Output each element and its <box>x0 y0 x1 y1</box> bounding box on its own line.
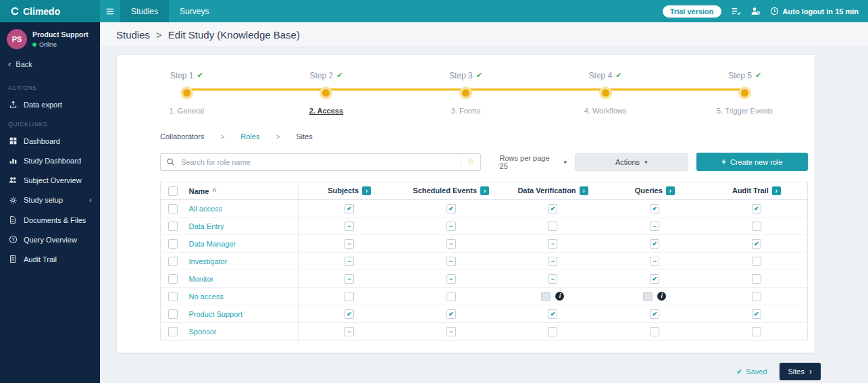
stepper-step-step-3[interactable]: Step 3✔3. Forms <box>396 68 536 115</box>
permission-checkbox-scheduled-events[interactable]: ✔ <box>446 309 456 319</box>
row-select-checkbox[interactable] <box>168 309 178 319</box>
permission-checkbox-scheduled-events[interactable]: − <box>446 257 456 266</box>
subnav-tab-sites[interactable]: Sites <box>296 132 312 141</box>
sidebar-item-dashboard[interactable]: Dashboard <box>0 131 100 151</box>
info-icon[interactable]: i <box>555 292 564 301</box>
sites-next-button[interactable]: Sites › <box>780 363 821 380</box>
changelog-list-icon[interactable] <box>731 6 741 16</box>
role-name-link[interactable]: Investigator <box>189 257 228 265</box>
column-detail-badge-icon[interactable]: › <box>580 186 588 195</box>
stepper-step-step-1[interactable]: Step 1✔1. General <box>117 68 257 115</box>
column-header-subjects[interactable]: Subjects› <box>299 182 401 200</box>
column-detail-badge-icon[interactable]: › <box>480 186 489 195</box>
role-name-link[interactable]: All access <box>189 205 223 213</box>
permission-checkbox-subjects[interactable] <box>344 292 354 301</box>
role-name-link[interactable]: Product Support <box>189 310 243 318</box>
permission-checkbox-queries[interactable] <box>650 327 659 336</box>
permission-checkbox-scheduled-events[interactable]: ✔ <box>446 204 456 213</box>
back-button[interactable]: ‹ Back <box>0 57 100 78</box>
permission-checkbox-audit-trail[interactable] <box>752 292 761 301</box>
permission-checkbox-subjects[interactable]: ✔ <box>344 309 354 319</box>
tab-surveys[interactable]: Surveys <box>169 0 220 22</box>
permission-checkbox-subjects[interactable]: − <box>344 274 354 284</box>
sidebar-item-study-setup[interactable]: Study setup‹ <box>0 190 100 210</box>
permission-checkbox-subjects[interactable]: − <box>344 257 354 266</box>
role-name-link[interactable]: Sponsor <box>189 328 217 336</box>
permission-checkbox-audit-trail[interactable]: ✔ <box>752 239 761 249</box>
permission-checkbox-data-verification[interactable] <box>548 327 557 336</box>
rows-per-page-select[interactable]: Rows per page 25 ▾ <box>500 154 567 170</box>
breadcrumb-studies[interactable]: Studies <box>116 29 150 41</box>
permission-checkbox-audit-trail[interactable] <box>752 274 761 284</box>
permission-checkbox-subjects[interactable]: ✔ <box>344 204 354 213</box>
row-select-checkbox[interactable] <box>168 239 178 249</box>
role-name-link[interactable]: No access <box>189 292 224 301</box>
permission-checkbox-data-verification[interactable]: − <box>548 274 557 284</box>
permission-checkbox-queries[interactable]: − <box>650 257 659 266</box>
permission-checkbox-subjects[interactable]: − <box>344 222 354 231</box>
sidebar-item-data-export[interactable]: Data export <box>0 95 100 114</box>
stepper-step-step-4[interactable]: Step 4✔4. Workflows <box>536 68 675 115</box>
column-header-audit-trail[interactable]: Audit Trail› <box>706 182 808 200</box>
permission-checkbox-audit-trail[interactable] <box>752 222 761 231</box>
row-select-checkbox[interactable] <box>168 204 178 213</box>
select-all-checkbox[interactable] <box>168 186 178 196</box>
row-select-checkbox[interactable] <box>168 222 178 231</box>
sidebar-item-query-overview[interactable]: ?Query Overview <box>0 230 100 249</box>
permission-checkbox-scheduled-events[interactable]: − <box>446 222 456 231</box>
sidebar-section-title: ACTIONS <box>0 78 100 95</box>
sidebar-item-audit-trail[interactable]: Audit Trail <box>0 249 100 269</box>
permission-checkbox-queries[interactable]: ✔ <box>650 274 659 284</box>
permission-checkbox-data-verification[interactable]: ✔ <box>548 309 557 319</box>
permission-checkbox-data-verification[interactable]: − <box>548 257 557 266</box>
permission-checkbox-scheduled-events[interactable]: − <box>446 274 456 284</box>
row-select-checkbox[interactable] <box>168 292 178 301</box>
permission-checkbox-data-verification[interactable]: − <box>548 239 557 249</box>
permission-checkbox-subjects[interactable]: − <box>344 327 354 336</box>
search-input[interactable] <box>180 157 456 167</box>
column-detail-badge-icon[interactable]: › <box>772 186 781 195</box>
permission-checkbox-scheduled-events[interactable]: − <box>446 327 456 336</box>
permission-checkbox-audit-trail[interactable] <box>752 257 761 266</box>
column-header-scheduled-events[interactable]: Scheduled Events› <box>400 182 502 200</box>
role-name-link[interactable]: Data Entry <box>189 222 224 230</box>
permission-checkbox-subjects[interactable]: − <box>344 239 354 249</box>
column-header-queries[interactable]: Queries› <box>604 182 706 200</box>
sidebar-item-documents-files[interactable]: Documents & Files <box>0 210 100 230</box>
row-select-checkbox[interactable] <box>168 257 178 266</box>
role-name-link[interactable]: Monitor <box>189 275 214 283</box>
create-new-role-button[interactable]: + Create new role <box>696 153 809 171</box>
subnav-tab-roles[interactable]: Roles <box>240 132 259 141</box>
permission-checkbox-audit-trail[interactable] <box>752 327 761 336</box>
sidebar-item-study-dashboard[interactable]: Study Dashboard <box>0 151 100 170</box>
row-select-checkbox[interactable] <box>168 274 178 284</box>
column-detail-badge-icon[interactable]: › <box>362 186 371 195</box>
permission-checkbox-data-verification[interactable]: ✔ <box>548 204 557 213</box>
tab-studies[interactable]: Studies <box>120 0 169 22</box>
column-header-data-verification[interactable]: Data Verification› <box>502 182 604 200</box>
sidebar-item-subject-overview[interactable]: Subject Overview <box>0 170 100 190</box>
column-detail-badge-icon[interactable]: › <box>666 186 675 195</box>
permission-checkbox-scheduled-events[interactable] <box>446 292 456 301</box>
row-select-checkbox[interactable] <box>168 327 178 336</box>
permission-checkbox-data-verification[interactable] <box>548 222 557 231</box>
info-icon[interactable]: i <box>657 292 666 301</box>
user-management-icon[interactable] <box>750 6 761 16</box>
hamburger-menu-icon[interactable] <box>100 0 120 22</box>
user-profile[interactable]: PS Product Support Online <box>0 22 100 57</box>
role-name-link[interactable]: Data Manager <box>189 240 236 248</box>
permission-checkbox-audit-trail[interactable]: ✔ <box>752 309 761 319</box>
stepper-step-step-2[interactable]: Step 2✔2. Access <box>257 68 397 115</box>
permission-checkbox-queries[interactable]: − <box>650 222 659 231</box>
stepper-step-step-5[interactable]: Step 5✔5. Trigger Events <box>675 68 815 115</box>
actions-button[interactable]: Actions ▾ <box>575 153 688 171</box>
column-header-name[interactable]: Name^ <box>185 182 299 200</box>
sidebar-nav: ACTIONSData exportQUICKLINKSDashboardStu… <box>0 78 100 269</box>
permission-checkbox-scheduled-events[interactable]: − <box>446 239 456 249</box>
permission-checkbox-queries[interactable]: ✔ <box>650 239 659 249</box>
subnav-tab-collaborators[interactable]: Collaborators <box>160 132 204 141</box>
permission-checkbox-queries[interactable]: ✔ <box>650 204 659 213</box>
permission-checkbox-queries[interactable]: ✔ <box>650 309 659 319</box>
permission-checkbox-audit-trail[interactable]: ✔ <box>752 204 761 213</box>
favorite-filter-star-icon[interactable]: ☆ <box>461 157 475 167</box>
